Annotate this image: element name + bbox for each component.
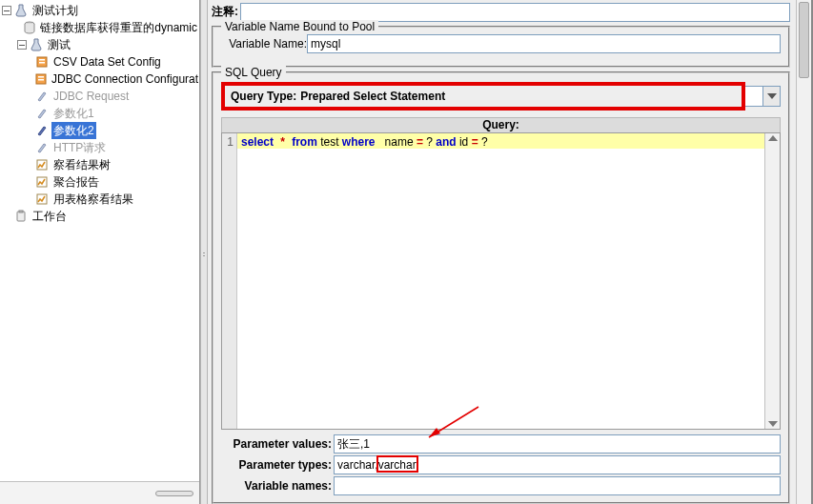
t: select	[241, 135, 274, 149]
scrollbar-vertical[interactable]	[796, 0, 811, 504]
node-label: 测试	[46, 36, 72, 53]
t: from	[292, 135, 317, 149]
tree-node-csv[interactable]: CSV Data Set Config	[2, 53, 199, 71]
highlight-box-query-type: Query Type: Prepared Select Statement	[221, 82, 745, 111]
config-icon	[34, 71, 48, 87]
tree-node-jdbc-request[interactable]: JDBC Request	[2, 88, 199, 105]
editor-body[interactable]: select * from test where name = ? and id…	[237, 133, 764, 429]
node-label: CSV Data Set Config	[51, 53, 163, 71]
sampler-icon	[34, 106, 50, 121]
svg-rect-11	[19, 211, 23, 212]
tree-node-jdbc-config[interactable]: JDBC Connection Configurat	[2, 71, 199, 88]
listener-icon	[34, 192, 50, 207]
tree-node-view-tree[interactable]: 察看结果树	[2, 156, 199, 173]
expand-toggle-icon[interactable]	[2, 6, 11, 15]
tree-root[interactable]: 测试计划	[2, 2, 199, 19]
param-types-input[interactable]	[334, 455, 781, 474]
arrow-up-icon[interactable]	[768, 135, 778, 141]
pool-fieldset-title: Variable Name Bound to Pool	[221, 20, 378, 33]
node-label: 工作台	[30, 208, 69, 225]
splitter-handle[interactable]	[155, 491, 193, 496]
tree-workbench[interactable]: 工作台	[2, 208, 199, 225]
var-names-label: Variable names:	[221, 479, 334, 493]
node-label: JDBC Request	[51, 88, 131, 105]
query-type-value: Prepared Select Statement	[300, 90, 445, 103]
arrow-down-icon[interactable]	[768, 421, 778, 427]
query-type-combo[interactable]	[745, 86, 781, 107]
var-name-label: Variable Name:	[221, 37, 307, 50]
tree-node-param1[interactable]: 参数化1	[2, 105, 199, 122]
tree-root-label: 测试计划	[30, 2, 80, 19]
t: =	[417, 135, 423, 149]
t: ?	[423, 135, 436, 149]
svg-rect-7	[37, 160, 47, 170]
pool-fieldset: Variable Name Bound to Pool Variable Nam…	[212, 26, 790, 68]
query-editor[interactable]: 1 select * from test where name = ? and …	[221, 132, 781, 430]
param-values-label: Parameter values:	[221, 437, 334, 451]
notes-label: 注释:	[212, 4, 238, 20]
clipboard-icon	[13, 209, 29, 224]
t: ?	[478, 135, 488, 149]
query-header: Query:	[221, 117, 781, 132]
flask-icon	[29, 37, 44, 52]
t: =	[472, 135, 478, 149]
param-values-input[interactable]	[334, 434, 781, 454]
node-label: 聚合报告	[51, 173, 101, 191]
t: name	[376, 135, 417, 149]
tree-node-test[interactable]: 测试	[2, 36, 199, 53]
sql-query-fieldset: SQL Query Query Type: Prepared Select St…	[212, 71, 790, 504]
flask-icon	[13, 3, 29, 18]
t: test	[317, 135, 342, 149]
sampler-icon	[34, 140, 50, 155]
svg-rect-5	[38, 76, 44, 78]
svg-rect-2	[39, 59, 45, 61]
config-icon	[34, 54, 50, 70]
db-icon	[23, 20, 36, 35]
var-name-input[interactable]	[307, 34, 781, 53]
chevron-down-icon[interactable]	[762, 87, 780, 106]
node-label: HTTP请求	[51, 139, 108, 156]
gutter-line-1: 1	[227, 135, 234, 149]
var-names-input[interactable]	[334, 476, 781, 495]
sql-fieldset-title: SQL Query	[221, 66, 286, 79]
tree-node-table-results[interactable]: 用表格察看结果	[2, 191, 199, 208]
tree-node-http[interactable]: HTTP请求	[2, 139, 199, 156]
tree-node-aggregate[interactable]: 聚合报告	[2, 173, 199, 191]
node-label: 用表格察看结果	[51, 191, 135, 208]
node-label: JDBC Connection Configurat	[50, 71, 200, 88]
svg-rect-3	[39, 62, 45, 64]
node-label: 链接数据库获得重置的dynamic	[38, 19, 199, 36]
scrollbar-thumb[interactable]	[799, 2, 809, 78]
expand-toggle-icon[interactable]	[17, 40, 27, 50]
query-type-label: Query Type:	[231, 90, 296, 103]
tree-footer	[0, 481, 199, 504]
listener-icon	[34, 157, 50, 172]
sampler-icon	[34, 123, 50, 138]
node-label: 参数化2	[51, 122, 96, 139]
listener-icon	[34, 174, 50, 190]
t: id	[457, 135, 472, 149]
t: where	[342, 135, 376, 149]
sampler-icon	[34, 89, 50, 104]
node-label: 察看结果树	[51, 156, 112, 173]
node-label: 参数化1	[51, 105, 96, 122]
editor-gutter: 1	[222, 133, 237, 429]
svg-rect-8	[37, 177, 47, 187]
notes-input[interactable]	[240, 3, 790, 22]
svg-rect-6	[38, 79, 44, 81]
t: *	[280, 135, 285, 149]
tree-node-dynamic[interactable]: 链接数据库获得重置的dynamic	[2, 19, 199, 36]
tree-panel: 测试计划 链接数据库获得重置的dynamic 测试 CSV Data Set	[0, 0, 200, 504]
editor-scrollbar[interactable]	[764, 133, 780, 429]
vertical-splitter[interactable]	[200, 0, 208, 504]
svg-rect-9	[37, 194, 47, 204]
t: and	[436, 135, 456, 149]
tree-node-param2[interactable]: 参数化2	[2, 122, 199, 139]
param-types-label: Parameter types:	[221, 458, 334, 472]
